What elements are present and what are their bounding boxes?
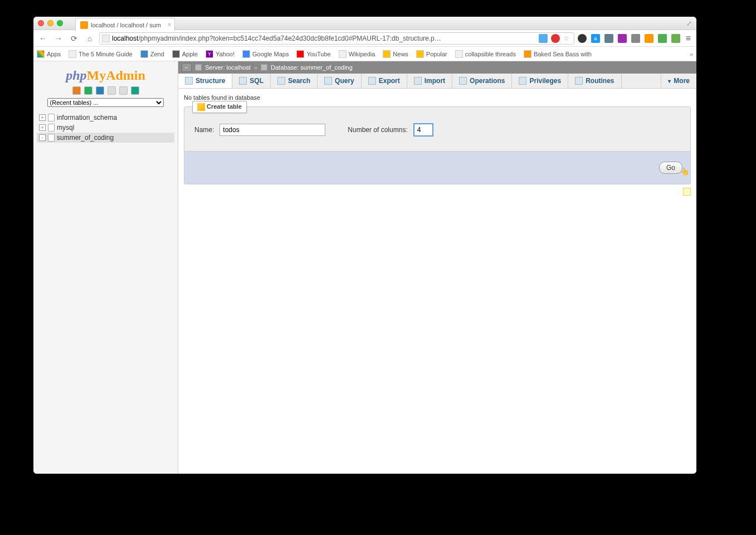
- extension-icon[interactable]: [631, 34, 640, 43]
- bookmark-label: The 5 Minute Guide: [79, 51, 133, 57]
- tab-search[interactable]: Search: [271, 74, 318, 88]
- tab-label: Export: [379, 77, 400, 85]
- tab-label: Privileges: [529, 77, 561, 85]
- logo-text: php: [66, 68, 86, 82]
- close-window-icon[interactable]: [38, 20, 44, 26]
- tree-item-label: mysql: [57, 124, 74, 132]
- reload-icon[interactable]: [131, 86, 139, 95]
- tab-label: Structure: [196, 77, 225, 85]
- breadcrumb-database[interactable]: Database: summer_of_coding: [271, 64, 353, 71]
- tab-privileges[interactable]: Privileges: [512, 74, 568, 88]
- bookmark-item[interactable]: YYahoo!: [206, 50, 235, 58]
- favicon-icon: [172, 50, 180, 58]
- query-icon[interactable]: [96, 86, 104, 95]
- extension-icon[interactable]: [604, 34, 613, 43]
- breadcrumb-server[interactable]: Server: localhost: [205, 64, 251, 71]
- tab-sql[interactable]: SQL: [232, 74, 271, 88]
- routines-icon: [575, 77, 583, 85]
- tab-title: localhost / localhost / sum: [91, 22, 161, 28]
- minimize-window-icon[interactable]: [47, 20, 53, 26]
- tree-item-information-schema[interactable]: + information_schema: [37, 113, 174, 123]
- close-tab-icon[interactable]: ×: [168, 22, 171, 28]
- favicon-icon: [69, 50, 76, 58]
- tab-structure[interactable]: Structure: [178, 74, 232, 88]
- address-bar[interactable]: localhost /phpmyadmin/index.php?token=bc…: [99, 32, 574, 45]
- bookmark-apps[interactable]: Apps: [37, 50, 61, 58]
- url-host: localhost: [112, 35, 138, 42]
- tree-item-label: information_schema: [57, 114, 117, 121]
- forward-button[interactable]: →: [52, 32, 65, 45]
- tree-item-summer-of-coding[interactable]: - summer_of_coding: [37, 133, 174, 143]
- go-button[interactable]: Go: [659, 162, 682, 174]
- expand-icon[interactable]: +: [39, 124, 46, 131]
- panel-title: Create table: [207, 103, 242, 110]
- bookmark-item[interactable]: Zend: [140, 50, 164, 58]
- tab-more[interactable]: More: [661, 74, 696, 88]
- recent-tables-select[interactable]: (Recent tables) ...: [47, 98, 164, 107]
- tab-label: More: [674, 77, 690, 85]
- reload-button[interactable]: ⟳: [68, 32, 80, 45]
- bookmark-label: YouTube: [306, 51, 330, 57]
- tab-label: Routines: [586, 77, 614, 85]
- adblock-icon[interactable]: [551, 34, 560, 43]
- bookmark-label: collapsible threads: [465, 51, 516, 57]
- table-name-input[interactable]: [220, 124, 325, 136]
- sticky-note-icon[interactable]: [683, 188, 691, 196]
- bookmark-item[interactable]: Baked Sea Bass with: [524, 50, 592, 58]
- back-button[interactable]: ←: [37, 32, 49, 45]
- breadcrumb-back-button[interactable]: ←: [182, 63, 192, 72]
- browser-tab[interactable]: localhost / localhost / sum ×: [75, 18, 175, 31]
- name-label: Name:: [194, 126, 214, 134]
- favicon-icon: [524, 50, 531, 58]
- favicon-icon: [383, 50, 391, 58]
- database-icon: [261, 64, 267, 71]
- favicon-icon: Y: [206, 50, 213, 58]
- tree-item-mysql[interactable]: + mysql: [37, 123, 174, 133]
- bookmark-item[interactable]: News: [383, 50, 408, 58]
- bookmark-item[interactable]: Google Maps: [242, 50, 289, 58]
- settings-icon[interactable]: [119, 86, 128, 95]
- expand-icon[interactable]: +: [39, 114, 46, 121]
- operations-icon: [459, 77, 467, 85]
- extension-icon[interactable]: [618, 34, 627, 43]
- columns-count-input[interactable]: [413, 123, 433, 137]
- extension-icon[interactable]: [645, 34, 653, 43]
- extension-icon[interactable]: [578, 34, 587, 43]
- extension-icon[interactable]: [658, 34, 667, 43]
- bookmark-label: Zend: [150, 51, 164, 57]
- twitter-icon[interactable]: [539, 34, 548, 43]
- chrome-menu-icon[interactable]: ≡: [684, 33, 693, 43]
- bookmark-item[interactable]: YouTube: [296, 50, 330, 58]
- url-path: /phpmyadmin/index.php?token=bc514cc74ed5…: [138, 35, 441, 42]
- maximize-window-icon[interactable]: [57, 20, 63, 26]
- logout-icon[interactable]: [84, 86, 92, 95]
- bookmark-item[interactable]: Popular: [416, 50, 447, 58]
- bookmark-label: News: [393, 51, 408, 57]
- docs-icon[interactable]: [108, 86, 116, 95]
- create-table-icon: [197, 103, 205, 111]
- bookmark-label: Apple: [182, 51, 198, 57]
- tab-label: Operations: [470, 77, 505, 85]
- phpmyadmin-logo[interactable]: phpMyAdmin: [37, 68, 174, 83]
- evernote-icon[interactable]: [671, 34, 680, 43]
- bookmark-item[interactable]: Apple: [172, 50, 198, 58]
- browser-toolbar: ← → ⟳ ⌂ localhost /phpmyadmin/index.php?…: [33, 30, 696, 47]
- home-icon[interactable]: [72, 86, 81, 95]
- bookmark-item[interactable]: collapsible threads: [455, 50, 516, 58]
- tab-query[interactable]: Query: [318, 74, 362, 88]
- bookmark-item[interactable]: The 5 Minute Guide: [69, 50, 133, 58]
- bookmarks-overflow-icon[interactable]: »: [690, 51, 693, 57]
- tab-operations[interactable]: Operations: [452, 74, 512, 88]
- fullscreen-icon[interactable]: ⤢: [686, 20, 692, 27]
- button-label: Go: [666, 164, 675, 172]
- bookmark-item[interactable]: Wikipedia: [339, 50, 375, 58]
- collapse-icon[interactable]: -: [39, 134, 46, 141]
- tab-import[interactable]: Import: [407, 74, 452, 88]
- database-icon: [48, 124, 55, 132]
- tab-routines[interactable]: Routines: [568, 74, 621, 88]
- home-button[interactable]: ⌂: [84, 32, 96, 45]
- bookmark-star-icon[interactable]: ☆: [563, 35, 569, 42]
- tab-export[interactable]: Export: [362, 74, 407, 88]
- tab-label: Import: [425, 77, 445, 85]
- extension-icon[interactable]: a: [591, 34, 600, 43]
